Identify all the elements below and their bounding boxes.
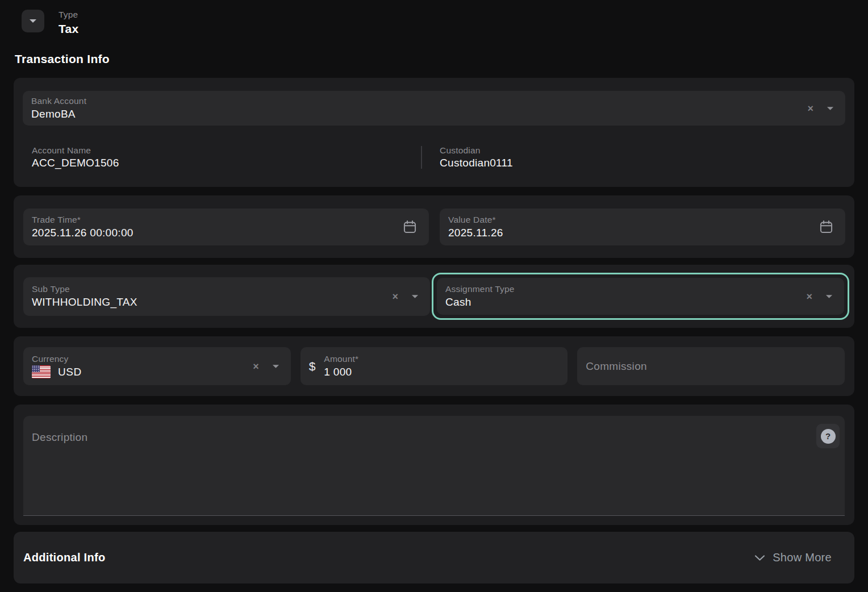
sub-type-select[interactable]: Sub Type WITHHOLDING_TAX × — [23, 277, 430, 316]
custodian-display: Custodian Custodian0111 — [440, 145, 513, 170]
trade-time-value: 2025.11.26 00:00:00 — [32, 227, 402, 239]
clear-icon[interactable]: × — [806, 291, 812, 302]
assignment-type-select[interactable]: Assignment Type Cash × — [437, 278, 844, 315]
commission-input[interactable]: Commission — [577, 347, 845, 385]
currency-select[interactable]: Currency USD × — [23, 347, 291, 385]
value-date-input[interactable]: Value Date* 2025.11.26 — [440, 209, 845, 245]
additional-info-panel: Additional Info Show More — [14, 532, 854, 583]
calendar-icon[interactable] — [402, 219, 418, 235]
description-panel: Description ? — [14, 405, 854, 525]
dates-panel: Trade Time* 2025.11.26 00:00:00 Value Da… — [14, 195, 854, 258]
bank-account-panel: Bank Account DemoBA × Account Name ACC_D… — [14, 78, 854, 187]
caret-down-icon[interactable] — [825, 294, 833, 299]
trade-time-input[interactable]: Trade Time* 2025.11.26 00:00:00 — [23, 209, 429, 245]
assignment-type-label: Assignment Type — [445, 284, 806, 294]
account-info-row: Account Name ACC_DEMO1506 Custodian Cust… — [23, 143, 845, 172]
custodian-value: Custodian0111 — [440, 157, 513, 169]
clear-icon[interactable]: × — [253, 361, 259, 372]
sub-type-label: Sub Type — [32, 284, 392, 294]
value-date-value: 2025.11.26 — [448, 227, 819, 239]
us-flag-icon — [32, 365, 51, 378]
assignment-type-highlight: Assignment Type Cash × — [432, 273, 849, 320]
caret-down-icon[interactable] — [827, 106, 834, 111]
custodian-label: Custodian — [440, 145, 513, 156]
clear-icon[interactable]: × — [807, 103, 813, 114]
sub-type-value: WITHHOLDING_TAX — [32, 296, 392, 308]
type-dropdown-button[interactable] — [22, 10, 44, 32]
currency-value: USD — [58, 366, 82, 378]
show-more-label: Show More — [773, 551, 832, 564]
caret-down-icon[interactable] — [411, 294, 419, 299]
additional-info-title: Additional Info — [23, 551, 105, 564]
type-selector-row: Type Tax — [14, 10, 854, 36]
account-name-label: Account Name — [32, 145, 421, 156]
bank-account-select[interactable]: Bank Account DemoBA × — [23, 91, 845, 126]
calendar-icon[interactable] — [819, 219, 834, 235]
chevron-down-icon — [754, 555, 765, 561]
currency-label: Currency — [32, 354, 253, 364]
page-title: Transaction Info — [15, 52, 854, 66]
caret-down-icon[interactable] — [272, 364, 279, 369]
value-date-label: Value Date* — [448, 215, 819, 225]
amount-label: Amount* — [324, 354, 556, 364]
type-display: Type Tax — [59, 10, 79, 36]
bank-account-value: DemoBA — [31, 108, 807, 120]
dollar-icon: $ — [309, 360, 316, 373]
assignment-type-value: Cash — [445, 296, 806, 308]
transaction-form-page: Type Tax Transaction Info Bank Account D… — [0, 0, 868, 592]
caret-down-icon — [29, 19, 37, 23]
vertical-divider — [421, 146, 422, 169]
types-panel: Sub Type WITHHOLDING_TAX × Assignment Ty… — [14, 265, 854, 328]
amount-value: 1 000 — [324, 366, 556, 378]
description-placeholder: Description — [32, 431, 87, 443]
account-name-value: ACC_DEMO1506 — [32, 157, 421, 169]
commission-placeholder: Commission — [586, 360, 647, 373]
money-panel: Currency USD × $ Amount* 1 000 Commissio… — [14, 336, 854, 396]
type-value: Tax — [59, 22, 79, 36]
type-label: Type — [59, 10, 79, 20]
description-textarea[interactable]: Description ? — [23, 416, 845, 516]
help-button[interactable]: ? — [816, 424, 840, 448]
clear-icon[interactable]: × — [392, 291, 398, 302]
amount-input[interactable]: $ Amount* 1 000 — [301, 347, 568, 385]
question-mark-icon: ? — [821, 429, 836, 444]
show-more-button[interactable]: Show More — [754, 551, 832, 564]
bank-account-label: Bank Account — [31, 96, 807, 106]
trade-time-label: Trade Time* — [32, 215, 402, 225]
account-name-display: Account Name ACC_DEMO1506 — [32, 145, 421, 170]
